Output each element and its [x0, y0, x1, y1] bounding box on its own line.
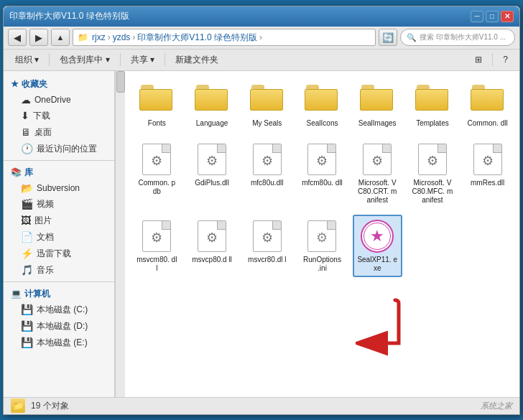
sidebar-item-disk-e[interactable]: 💾 本地磁盘 (E:): [4, 335, 114, 351]
sidebar-item-video[interactable]: 🎬 视频: [4, 196, 114, 213]
sidebar-favorites-section[interactable]: ★ 收藏夹: [4, 75, 114, 92]
sidebar-scrollbar[interactable]: [115, 71, 125, 397]
sidebar-item-disk-d[interactable]: 💾 本地磁盘 (D:): [4, 318, 114, 335]
file-item[interactable]: SealImages: [353, 78, 402, 132]
file-item[interactable]: ⚙Common. pdb: [132, 138, 182, 209]
file-name: SealXP11. exe: [357, 256, 398, 273]
file-item[interactable]: Common. dll: [463, 78, 512, 132]
path-part-3[interactable]: 印章制作大师V11.0 绿色特别版: [137, 32, 257, 44]
file-icon: [360, 83, 394, 117]
file-item[interactable]: SealIcons: [297, 78, 347, 132]
path-icon: 📁: [78, 32, 88, 42]
path-part-2[interactable]: yzds: [113, 32, 131, 42]
file-name: Common. pdb: [136, 179, 177, 196]
computer-icon: 💻: [11, 289, 22, 299]
disk-d-icon: 💾: [21, 320, 33, 332]
file-item[interactable]: ⚙mfc80u.dll: [242, 138, 292, 209]
document-icon: 📄: [21, 231, 33, 243]
file-icon: [139, 83, 174, 117]
share-button[interactable]: 共享 ▾: [125, 51, 160, 68]
file-name: mfc80u.dll: [251, 179, 284, 187]
desktop-icon: 🖥: [21, 126, 31, 138]
address-bar: ◀ ▶ ▲ 📁 rjxz › yzds › 印章制作大师V11.0 绿色特别版 …: [4, 27, 519, 50]
forward-button[interactable]: ▶: [29, 29, 48, 46]
address-path[interactable]: 📁 rjxz › yzds › 印章制作大师V11.0 绿色特别版 ›: [73, 29, 376, 46]
sidebar-item-document[interactable]: 📄 文档: [4, 229, 114, 246]
toolbar: 组织 ▾ 包含到库中 ▾ 共享 ▾ 新建文件夹 ⊞ ?: [4, 50, 519, 71]
sidebar-item-onedrive[interactable]: ☁ OneDrive: [4, 92, 114, 108]
file-icon: ⚙: [360, 142, 394, 177]
organize-button[interactable]: 组织 ▾: [9, 51, 45, 68]
title-bar: 印章制作大师V11.0 绿色特别版 ─ □ ✕: [4, 6, 519, 27]
status-count: 19 个对象: [31, 400, 69, 412]
toolbar-separator-3: [165, 53, 165, 66]
file-item[interactable]: ⚙msvcp80.d ll: [188, 215, 237, 277]
file-item[interactable]: ⚙GdiPlus.dll: [188, 138, 237, 209]
close-button[interactable]: ✕: [501, 11, 514, 22]
search-placeholder: 搜索 印章制作大师V11.0 ...: [420, 32, 506, 42]
file-grid: FontsLanguageMy SealsSealIconsSealImages…: [125, 71, 519, 397]
sidebar-item-fast-download[interactable]: ⚡ 迅雷下载: [4, 246, 114, 262]
file-item[interactable]: ⚙mfcm80u. dll: [297, 138, 347, 209]
sidebar-item-music[interactable]: 🎵 音乐: [4, 262, 114, 279]
file-icon: [250, 83, 284, 117]
file-icon: ⚙: [195, 219, 229, 253]
help-button[interactable]: ?: [497, 51, 514, 68]
path-part-1[interactable]: rjxz: [92, 32, 106, 42]
sidebar-item-desktop[interactable]: 🖥 桌面: [4, 124, 114, 141]
sidebar-divider-1: [4, 160, 114, 161]
file-name: Microsoft. VC80.CRT. manifest: [357, 179, 398, 205]
file-icon: ★: [360, 219, 394, 253]
view-button[interactable]: ⊞: [469, 51, 488, 68]
search-box[interactable]: 🔍 搜索 印章制作大师V11.0 ...: [400, 29, 515, 46]
file-name: RunOptions .ini: [302, 256, 343, 273]
favorites-icon: ★: [11, 79, 19, 89]
include-button[interactable]: 包含到库中 ▾: [54, 51, 115, 68]
toolbar-separator-4: [492, 53, 493, 66]
file-item[interactable]: Fonts: [132, 78, 182, 132]
sidebar-item-picture[interactable]: 🖼 图片: [4, 213, 114, 229]
music-icon: 🎵: [21, 264, 33, 276]
file-name: msvcr80.dl l: [248, 256, 286, 264]
sidebar-computer-section[interactable]: 💻 计算机: [4, 285, 114, 302]
file-item[interactable]: ⚙msvcr80.dl l: [242, 215, 292, 277]
file-item[interactable]: ⚙msvcm80. dll: [132, 215, 182, 277]
status-bar: 📁 19 个对象 系统之家: [4, 397, 519, 414]
new-folder-button[interactable]: 新建文件夹: [170, 51, 224, 68]
file-icon: [305, 83, 339, 117]
file-item[interactable]: ⚙Microsoft. VC80.CRT. manifest: [353, 138, 402, 209]
sidebar-item-recent[interactable]: 🕐 最近访问的位置: [4, 141, 114, 157]
main-window: 印章制作大师V11.0 绿色特别版 ─ □ ✕ ◀ ▶ ▲ 📁 rjxz › y…: [3, 6, 520, 415]
minimize-button[interactable]: ─: [471, 11, 483, 22]
file-name: My Seals: [252, 119, 282, 128]
sidebar-item-download[interactable]: ⬇ 下载: [4, 108, 114, 124]
sidebar-item-subversion[interactable]: 📂 Subversion: [4, 180, 114, 196]
video-icon: 🎬: [21, 198, 33, 210]
file-icon: [415, 83, 450, 117]
file-name: msvcm80. dll: [136, 256, 177, 273]
file-item[interactable]: ⚙Microsoft. VC80.MFC. manifest: [408, 138, 458, 209]
file-icon: ⚙: [415, 142, 450, 177]
file-item[interactable]: My Seals: [242, 78, 292, 132]
sidebar-divider-2: [4, 281, 114, 282]
file-name: mfcm80u. dll: [302, 179, 343, 187]
file-name: Language: [196, 119, 228, 128]
file-item[interactable]: ★SealXP11. exe: [353, 215, 402, 277]
back-button[interactable]: ◀: [8, 29, 27, 46]
onedrive-icon: ☁: [21, 94, 31, 106]
file-item[interactable]: ⚙mmRes.dll: [463, 138, 512, 209]
sidebar-item-disk-c[interactable]: 💾 本地磁盘 (C:): [4, 302, 114, 318]
file-name: Microsoft. VC80.MFC. manifest: [412, 179, 453, 205]
maximize-button[interactable]: □: [486, 11, 499, 22]
file-icon: ⚙: [250, 142, 284, 177]
file-name: SealIcons: [307, 119, 338, 128]
file-item[interactable]: Templates: [408, 78, 458, 132]
file-icon: ⚙: [305, 219, 339, 253]
up-button[interactable]: ▲: [51, 29, 70, 46]
refresh-button[interactable]: 🔄: [379, 29, 397, 46]
file-icon: [471, 83, 505, 117]
file-item[interactable]: Language: [188, 78, 237, 132]
toolbar-separator-2: [120, 53, 121, 66]
file-item[interactable]: ⚙RunOptions .ini: [297, 215, 347, 277]
sidebar-library-section[interactable]: 📚 库: [4, 164, 114, 180]
